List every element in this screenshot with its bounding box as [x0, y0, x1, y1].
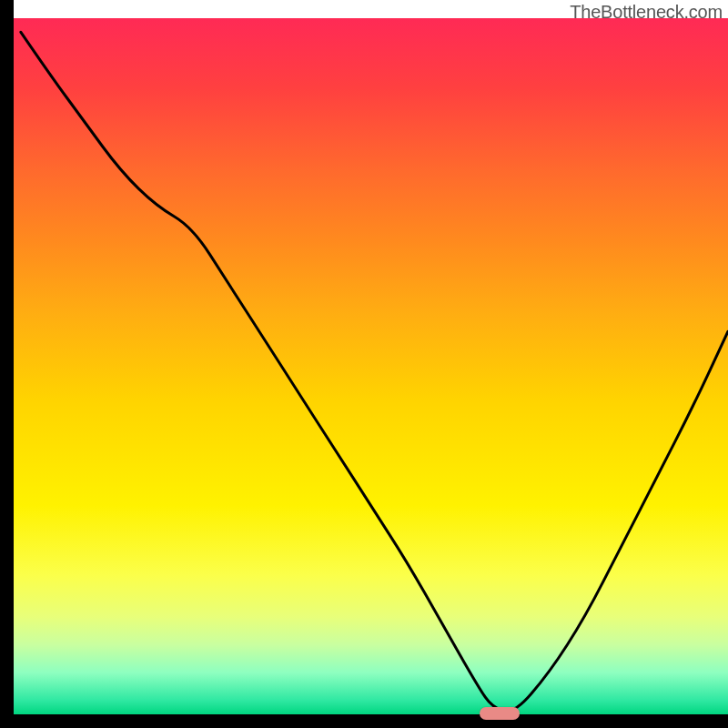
chart-container: TheBottleneck.com — [14, 0, 728, 714]
optimal-marker — [480, 707, 520, 720]
bottleneck-curve — [14, 0, 728, 714]
plot-area: TheBottleneck.com — [14, 0, 728, 714]
